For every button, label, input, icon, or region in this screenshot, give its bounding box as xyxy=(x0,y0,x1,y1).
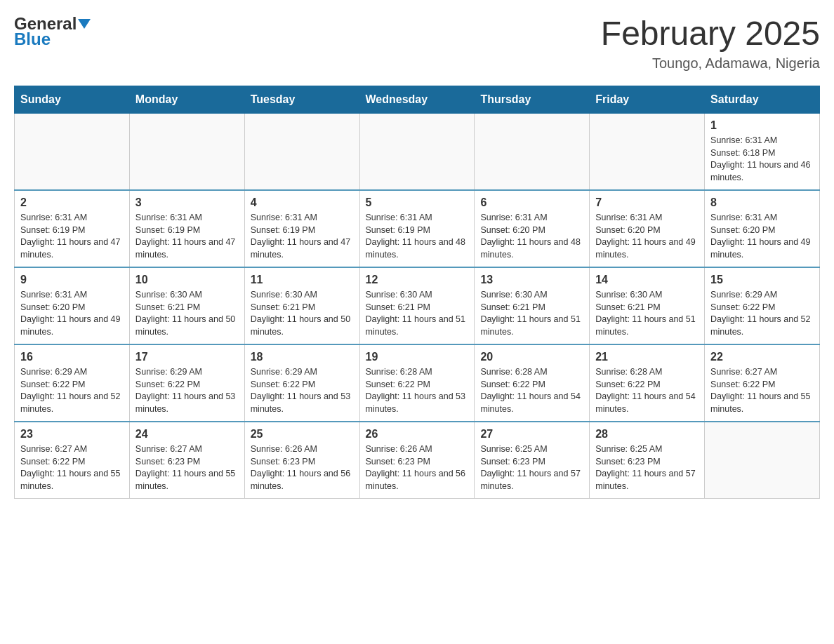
day-number: 18 xyxy=(251,351,354,363)
day-cell xyxy=(359,114,475,191)
day-cell: 28Sunrise: 6:25 AMSunset: 6:23 PMDayligh… xyxy=(590,422,705,499)
day-info: Sunrise: 6:28 AMSunset: 6:22 PMDaylight:… xyxy=(595,366,699,415)
day-info: Sunrise: 6:30 AMSunset: 6:21 PMDaylight:… xyxy=(251,289,354,338)
day-info: Sunrise: 6:28 AMSunset: 6:22 PMDaylight:… xyxy=(366,366,469,415)
logo: General Blue xyxy=(14,14,91,49)
day-info: Sunrise: 6:31 AMSunset: 6:20 PMDaylight:… xyxy=(595,212,699,261)
day-number: 4 xyxy=(251,196,354,209)
weekday-header-wednesday: Wednesday xyxy=(359,86,475,114)
day-number: 17 xyxy=(135,351,239,363)
day-number: 7 xyxy=(595,196,699,209)
day-cell xyxy=(244,114,359,191)
week-row-3: 9Sunrise: 6:31 AMSunset: 6:20 PMDaylight… xyxy=(15,267,820,344)
day-cell: 4Sunrise: 6:31 AMSunset: 6:19 PMDaylight… xyxy=(244,190,359,267)
day-number: 13 xyxy=(480,274,583,286)
day-cell: 1Sunrise: 6:31 AMSunset: 6:18 PMDaylight… xyxy=(705,114,820,191)
day-info: Sunrise: 6:29 AMSunset: 6:22 PMDaylight:… xyxy=(710,289,814,338)
day-number: 9 xyxy=(20,274,124,286)
day-cell: 12Sunrise: 6:30 AMSunset: 6:21 PMDayligh… xyxy=(359,267,475,344)
day-number: 3 xyxy=(135,196,239,209)
day-cell: 16Sunrise: 6:29 AMSunset: 6:22 PMDayligh… xyxy=(15,344,130,422)
day-cell: 20Sunrise: 6:28 AMSunset: 6:22 PMDayligh… xyxy=(475,344,590,422)
day-cell: 14Sunrise: 6:30 AMSunset: 6:21 PMDayligh… xyxy=(590,267,705,344)
day-number: 21 xyxy=(595,351,699,363)
day-info: Sunrise: 6:31 AMSunset: 6:19 PMDaylight:… xyxy=(20,212,124,261)
location: Toungo, Adamawa, Nigeria xyxy=(601,55,820,72)
day-info: Sunrise: 6:27 AMSunset: 6:23 PMDaylight:… xyxy=(135,443,239,492)
day-info: Sunrise: 6:27 AMSunset: 6:22 PMDaylight:… xyxy=(710,366,814,415)
day-cell xyxy=(590,114,705,191)
day-info: Sunrise: 6:26 AMSunset: 6:23 PMDaylight:… xyxy=(251,443,354,492)
day-cell: 24Sunrise: 6:27 AMSunset: 6:23 PMDayligh… xyxy=(129,422,244,499)
day-cell: 17Sunrise: 6:29 AMSunset: 6:22 PMDayligh… xyxy=(129,344,244,422)
day-cell: 25Sunrise: 6:26 AMSunset: 6:23 PMDayligh… xyxy=(244,422,359,499)
day-cell xyxy=(15,114,130,191)
week-row-5: 23Sunrise: 6:27 AMSunset: 6:22 PMDayligh… xyxy=(15,422,820,499)
day-info: Sunrise: 6:25 AMSunset: 6:23 PMDaylight:… xyxy=(595,443,699,492)
day-info: Sunrise: 6:31 AMSunset: 6:19 PMDaylight:… xyxy=(135,212,239,261)
day-number: 1 xyxy=(710,119,814,132)
day-cell: 2Sunrise: 6:31 AMSunset: 6:19 PMDaylight… xyxy=(15,190,130,267)
day-number: 28 xyxy=(595,428,699,441)
day-number: 5 xyxy=(366,196,469,209)
day-cell: 10Sunrise: 6:30 AMSunset: 6:21 PMDayligh… xyxy=(129,267,244,344)
day-number: 10 xyxy=(135,274,239,286)
day-cell: 3Sunrise: 6:31 AMSunset: 6:19 PMDaylight… xyxy=(129,190,244,267)
day-info: Sunrise: 6:31 AMSunset: 6:18 PMDaylight:… xyxy=(710,135,814,184)
day-number: 24 xyxy=(135,428,239,441)
day-info: Sunrise: 6:31 AMSunset: 6:20 PMDaylight:… xyxy=(710,212,814,261)
day-cell: 5Sunrise: 6:31 AMSunset: 6:19 PMDaylight… xyxy=(359,190,475,267)
day-cell: 27Sunrise: 6:25 AMSunset: 6:23 PMDayligh… xyxy=(475,422,590,499)
day-cell: 15Sunrise: 6:29 AMSunset: 6:22 PMDayligh… xyxy=(705,267,820,344)
weekday-header-thursday: Thursday xyxy=(475,86,590,114)
day-cell xyxy=(705,422,820,499)
day-number: 16 xyxy=(20,351,124,363)
week-row-4: 16Sunrise: 6:29 AMSunset: 6:22 PMDayligh… xyxy=(15,344,820,422)
day-number: 14 xyxy=(595,274,699,286)
logo-blue-text: Blue xyxy=(14,29,51,49)
day-info: Sunrise: 6:26 AMSunset: 6:23 PMDaylight:… xyxy=(366,443,469,492)
day-info: Sunrise: 6:29 AMSunset: 6:22 PMDaylight:… xyxy=(135,366,239,415)
day-info: Sunrise: 6:30 AMSunset: 6:21 PMDaylight:… xyxy=(135,289,239,338)
day-cell xyxy=(129,114,244,191)
day-info: Sunrise: 6:25 AMSunset: 6:23 PMDaylight:… xyxy=(480,443,583,492)
day-cell: 13Sunrise: 6:30 AMSunset: 6:21 PMDayligh… xyxy=(475,267,590,344)
day-info: Sunrise: 6:30 AMSunset: 6:21 PMDaylight:… xyxy=(595,289,699,338)
day-number: 20 xyxy=(480,351,583,363)
page-header: General Blue February 2025 Toungo, Adama… xyxy=(14,14,820,72)
day-number: 8 xyxy=(710,196,814,209)
day-number: 26 xyxy=(366,428,469,441)
calendar-table: SundayMondayTuesdayWednesdayThursdayFrid… xyxy=(14,86,820,499)
day-number: 6 xyxy=(480,196,583,209)
day-info: Sunrise: 6:27 AMSunset: 6:22 PMDaylight:… xyxy=(20,443,124,492)
logo-arrow-icon xyxy=(78,19,91,32)
day-cell: 26Sunrise: 6:26 AMSunset: 6:23 PMDayligh… xyxy=(359,422,475,499)
day-cell: 8Sunrise: 6:31 AMSunset: 6:20 PMDaylight… xyxy=(705,190,820,267)
week-row-1: 1Sunrise: 6:31 AMSunset: 6:18 PMDaylight… xyxy=(15,114,820,191)
day-info: Sunrise: 6:29 AMSunset: 6:22 PMDaylight:… xyxy=(251,366,354,415)
day-number: 12 xyxy=(366,274,469,286)
day-number: 22 xyxy=(710,351,814,363)
weekday-header-row: SundayMondayTuesdayWednesdayThursdayFrid… xyxy=(15,86,820,114)
day-info: Sunrise: 6:31 AMSunset: 6:19 PMDaylight:… xyxy=(251,212,354,261)
day-cell: 19Sunrise: 6:28 AMSunset: 6:22 PMDayligh… xyxy=(359,344,475,422)
day-cell: 7Sunrise: 6:31 AMSunset: 6:20 PMDaylight… xyxy=(590,190,705,267)
day-number: 27 xyxy=(480,428,583,441)
day-cell: 18Sunrise: 6:29 AMSunset: 6:22 PMDayligh… xyxy=(244,344,359,422)
day-cell: 11Sunrise: 6:30 AMSunset: 6:21 PMDayligh… xyxy=(244,267,359,344)
day-info: Sunrise: 6:28 AMSunset: 6:22 PMDaylight:… xyxy=(480,366,583,415)
day-info: Sunrise: 6:29 AMSunset: 6:22 PMDaylight:… xyxy=(20,366,124,415)
weekday-header-friday: Friday xyxy=(590,86,705,114)
weekday-header-saturday: Saturday xyxy=(705,86,820,114)
day-cell: 21Sunrise: 6:28 AMSunset: 6:22 PMDayligh… xyxy=(590,344,705,422)
day-info: Sunrise: 6:31 AMSunset: 6:19 PMDaylight:… xyxy=(366,212,469,261)
day-info: Sunrise: 6:31 AMSunset: 6:20 PMDaylight:… xyxy=(480,212,583,261)
week-row-2: 2Sunrise: 6:31 AMSunset: 6:19 PMDaylight… xyxy=(15,190,820,267)
day-number: 2 xyxy=(20,196,124,209)
title-block: February 2025 Toungo, Adamawa, Nigeria xyxy=(601,14,820,72)
weekday-header-sunday: Sunday xyxy=(15,86,130,114)
day-info: Sunrise: 6:31 AMSunset: 6:20 PMDaylight:… xyxy=(20,289,124,338)
day-info: Sunrise: 6:30 AMSunset: 6:21 PMDaylight:… xyxy=(480,289,583,338)
day-number: 25 xyxy=(251,428,354,441)
day-cell: 9Sunrise: 6:31 AMSunset: 6:20 PMDaylight… xyxy=(15,267,130,344)
